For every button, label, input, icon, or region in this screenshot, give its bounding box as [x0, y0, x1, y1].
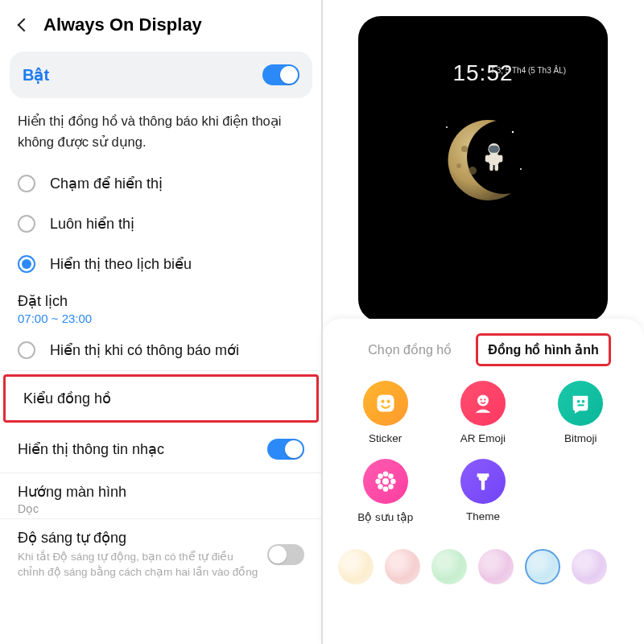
schedule-title: Đặt lịch — [18, 292, 304, 310]
svg-point-24 — [382, 486, 388, 492]
category-label: Theme — [466, 510, 500, 522]
display-mode-list: Chạm để hiển thị Luôn hiển thị Hiển thị … — [0, 163, 322, 370]
auto-brightness-row[interactable]: Độ sáng tự động Khi tắt Độ sáng tự động,… — [0, 519, 322, 584]
category-bitmoji[interactable]: Bitmoji — [536, 381, 625, 444]
auto-brightness-toggle[interactable] — [267, 544, 304, 565]
category-label: AR Emoji — [460, 432, 506, 444]
svg-point-14 — [381, 400, 384, 403]
orientation-title: Hướng màn hình — [18, 483, 304, 501]
svg-rect-9 — [495, 163, 499, 171]
radio-label: Hiển thị khi có thông báo mới — [50, 341, 239, 359]
clock-style-label: Kiểu đồng hồ — [23, 390, 111, 407]
music-info-label: Hiển thị thông tin nhạc — [18, 440, 164, 458]
radio-label: Chạm để hiển thị — [50, 175, 163, 192]
radio-tap-to-show[interactable]: Chạm để hiển thị — [0, 163, 322, 204]
enable-label: Bật — [23, 65, 49, 85]
clock-style-row[interactable]: Kiểu đồng hồ — [3, 374, 319, 423]
svg-point-1 — [469, 167, 477, 175]
category-label: Bộ sưu tập — [357, 510, 413, 523]
radio-icon — [18, 341, 35, 359]
svg-point-30 — [388, 484, 394, 489]
aod-date: T.3, 5 Th4 (5 Th3 ÂL) — [403, 66, 608, 75]
category-label: Sticker — [369, 432, 402, 444]
svg-point-11 — [446, 126, 448, 128]
radio-always-show[interactable]: Luôn hiển thị — [0, 204, 322, 244]
svg-point-0 — [461, 146, 468, 152]
schedule-time: 07:00 ~ 23:00 — [18, 312, 304, 325]
svg-rect-6 — [485, 155, 489, 162]
svg-point-18 — [484, 398, 485, 400]
category-sticker[interactable]: Sticker — [341, 381, 430, 444]
svg-point-10 — [512, 131, 514, 133]
svg-point-2 — [456, 163, 461, 168]
color-swatch[interactable] — [338, 549, 374, 584]
svg-point-29 — [378, 484, 383, 489]
music-info-toggle[interactable] — [267, 439, 304, 460]
orientation-row[interactable]: Hướng màn hình Dọc — [0, 473, 322, 518]
category-label: Bitmoji — [564, 432, 597, 444]
category-grid: Sticker AR Emoji Bitmoji Bộ sưu tập — [322, 378, 644, 546]
svg-rect-4 — [489, 146, 499, 153]
svg-point-28 — [388, 473, 394, 479]
auto-brightness-title: Độ sáng tự động — [18, 529, 259, 547]
radio-new-notification[interactable]: Hiển thị khi có thông báo mới — [0, 330, 322, 370]
enable-toggle-row[interactable]: Bật — [10, 52, 312, 98]
toggle-knob-icon — [285, 440, 303, 458]
radio-icon — [18, 215, 35, 233]
color-swatch-selected[interactable] — [525, 549, 560, 584]
back-icon[interactable] — [18, 19, 31, 32]
color-swatch[interactable] — [385, 549, 420, 584]
gallery-icon — [363, 459, 408, 504]
radio-icon — [18, 255, 35, 273]
svg-rect-13 — [377, 395, 394, 412]
svg-point-26 — [390, 479, 396, 485]
tab-image-clock[interactable]: Đồng hồ hình ảnh — [476, 333, 611, 366]
svg-point-12 — [520, 168, 522, 170]
bitmoji-icon — [558, 381, 603, 426]
settings-pane: Always On Display Bật Hiển thị đồng hồ v… — [0, 0, 322, 644]
svg-point-27 — [378, 473, 383, 479]
toggle-knob-icon — [280, 66, 298, 84]
toggle-knob-icon — [269, 546, 287, 564]
aod-preview: 15:52 T.3, 5 Th4 (5 Th3 ÂL) — [358, 16, 608, 322]
svg-point-16 — [477, 395, 489, 407]
svg-point-20 — [582, 400, 585, 403]
clock-picker-pane: 15:52 T.3, 5 Th4 (5 Th3 ÂL) — [322, 0, 644, 644]
radio-scheduled[interactable]: Hiển thị theo lịch biểu — [0, 244, 322, 284]
enable-toggle[interactable] — [262, 64, 299, 85]
svg-rect-5 — [488, 154, 499, 165]
tab-select-clock[interactable]: Chọn đồng hồ — [355, 334, 464, 365]
svg-point-22 — [382, 478, 389, 485]
color-swatch[interactable] — [431, 549, 467, 584]
color-swatch[interactable] — [478, 549, 514, 584]
svg-point-19 — [577, 400, 580, 403]
schedule-row[interactable]: Đặt lịch 07:00 ~ 23:00 — [0, 284, 322, 330]
separator — [0, 370, 322, 371]
sticker-icon — [363, 381, 408, 426]
svg-point-15 — [386, 400, 390, 403]
tabs: Chọn đồng hồ Đồng hồ hình ảnh — [322, 319, 644, 378]
theme-icon — [460, 459, 506, 504]
category-ar-emoji[interactable]: AR Emoji — [439, 381, 527, 444]
radio-label: Luôn hiển thị — [50, 215, 134, 233]
category-theme[interactable]: Theme — [439, 459, 527, 523]
pane-divider — [321, 0, 323, 644]
svg-point-23 — [382, 471, 388, 477]
header: Always On Display — [0, 0, 322, 47]
music-info-row[interactable]: Hiển thị thông tin nhạc — [0, 426, 322, 473]
color-swatch-row — [322, 546, 644, 592]
radio-label: Hiển thị theo lịch biểu — [50, 255, 192, 273]
svg-rect-21 — [578, 404, 584, 406]
ar-emoji-icon — [460, 381, 506, 426]
orientation-value: Dọc — [18, 502, 304, 515]
svg-rect-8 — [489, 163, 493, 171]
category-gallery[interactable]: Bộ sưu tập — [341, 459, 430, 523]
svg-rect-7 — [498, 155, 502, 162]
svg-point-25 — [375, 479, 381, 485]
color-swatch[interactable] — [572, 549, 607, 584]
svg-point-17 — [480, 398, 481, 400]
svg-rect-31 — [481, 480, 485, 490]
description-text: Hiển thị đồng hồ và thông báo khi điện t… — [0, 98, 322, 160]
auto-brightness-desc: Khi tắt Độ sáng tự động, bạn có thể tự đ… — [18, 550, 259, 580]
page-title: Always On Display — [43, 14, 202, 35]
